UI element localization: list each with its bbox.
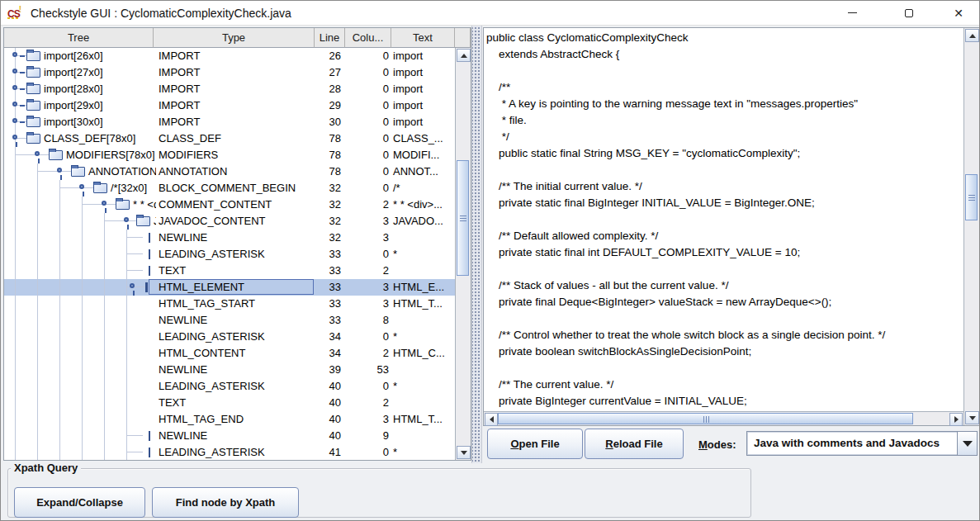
tree-row-newline[interactable]: NEWLINE338	[4, 312, 455, 329]
tree-row-leading_asterisk[interactable]: LEADING_ASTERISK340*	[4, 329, 455, 345]
column-header-colu[interactable]: Colu...	[345, 28, 391, 48]
expand-handle-icon[interactable]	[12, 102, 17, 107]
expand-handle-icon[interactable]	[12, 69, 17, 73]
scroll-up-arrow[interactable]	[965, 29, 979, 42]
code-line	[486, 211, 963, 228]
tree-row-text[interactable]: TEXT332	[4, 263, 455, 279]
tree-row-comment_content[interactable]: * * <div>COMMENT_CONTENT322* * <div>...	[4, 197, 455, 213]
tree-guide-line	[104, 378, 105, 395]
tree-guide-line	[59, 312, 60, 329]
tree-guide-line	[82, 296, 83, 312]
tree-row-class_def[interactable]: CLASS_DEF[78x0]CLASS_DEF780CLASS_...	[4, 130, 455, 147]
tree-row-html_tag_end[interactable]: HTML_TAG_END403HTML_T...	[4, 411, 455, 428]
tree-guide-line	[37, 163, 38, 180]
collapse-handle-icon[interactable]	[57, 168, 62, 173]
tree-row-newline[interactable]: NEWLINE409	[4, 428, 455, 444]
tree-guide-line	[126, 345, 127, 362]
tree-row-javadoc_content[interactable]: JAVADOC_CONTENT[32x3]JAVADOC_CONTENT323J…	[4, 213, 455, 230]
scroll-left-arrow[interactable]	[485, 413, 498, 426]
tree-row-import[interactable]: import[28x0]IMPORT280import	[4, 81, 455, 97]
collapse-handle-icon[interactable]	[102, 201, 107, 206]
reload-file-button[interactable]: Reload File	[585, 429, 684, 459]
tree-cell	[4, 444, 156, 460]
tree-row-leading_asterisk[interactable]: LEADING_ASTERISK330*	[4, 246, 455, 263]
splitpane-divider[interactable]	[471, 26, 482, 463]
tree-row-import[interactable]: import[26x0]IMPORT260import	[4, 48, 455, 64]
scroll-right-arrow[interactable]	[949, 413, 963, 426]
tree-row-annotation[interactable]: ANNOTATION[78x0]ANNOTATION780ANNOT...	[4, 163, 455, 180]
clipped-leaf-icon	[149, 448, 150, 457]
tree-guide-line	[82, 312, 83, 329]
column-cell: 0	[345, 97, 391, 114]
expand-handle-icon[interactable]	[12, 85, 17, 90]
collapse-handle-icon[interactable]	[79, 184, 84, 189]
text-cell: HTML_E...	[391, 279, 455, 296]
text-cell: CLASS_...	[391, 130, 455, 147]
tree-guide-line	[104, 329, 105, 345]
tree-cell: CLASS_DEF[78x0]	[4, 130, 156, 147]
column-header-scroll[interactable]	[455, 28, 471, 48]
maximize-icon	[905, 9, 913, 17]
type-cell: NEWLINE	[154, 230, 315, 246]
code-vscrollbar-thumb[interactable]	[965, 174, 978, 220]
tree-guide-line	[82, 246, 83, 263]
tree-row-html_element[interactable]: HTML_ELEMENT333HTML_E...	[4, 279, 455, 296]
type-cell: ANNOTATION	[154, 163, 315, 180]
tree-scrollbar-thumb[interactable]	[457, 160, 469, 276]
source-code-textarea[interactable]: public class CyclomaticComplexityCheck e…	[484, 28, 963, 411]
close-button[interactable]: ✕	[940, 1, 978, 25]
type-cell: IMPORT	[154, 97, 315, 114]
expand-handle-icon[interactable]	[12, 52, 17, 57]
tree-cell	[4, 345, 156, 362]
tree-row-newline[interactable]: NEWLINE323	[4, 230, 455, 246]
expand-handle-icon[interactable]	[12, 118, 17, 123]
tree-row-text[interactable]: TEXT402	[4, 395, 455, 411]
column-header-tree[interactable]: Tree	[4, 28, 154, 48]
column-header-text[interactable]: Text	[391, 28, 455, 48]
tree-node-label: import[30x0]	[44, 116, 103, 128]
up-triangle-icon	[461, 54, 467, 58]
column-header-type[interactable]: Type	[154, 28, 315, 48]
line-cell: 40	[315, 428, 345, 444]
type-cell: LEADING_ASTERISK	[154, 444, 315, 460]
combobox-dropdown-button[interactable]	[957, 432, 977, 455]
column-cell: 0	[345, 64, 391, 81]
tree-row-leading_asterisk[interactable]: LEADING_ASTERISK400*	[4, 378, 455, 395]
collapse-handle-icon[interactable]	[12, 135, 17, 140]
tree-guide-line	[15, 345, 16, 362]
minimize-button[interactable]	[833, 1, 871, 25]
code-hscrollbar-thumb[interactable]	[498, 413, 913, 424]
modes-combobox[interactable]: Java with comments and Javadocs	[746, 431, 978, 456]
find-node-by-xpath-button[interactable]: Find node by Xpath	[152, 487, 299, 518]
scroll-down-arrow[interactable]	[965, 411, 979, 424]
collapse-handle-icon[interactable]	[130, 283, 135, 288]
tree-row-import[interactable]: import[30x0]IMPORT300import	[4, 114, 455, 130]
line-cell: 33	[315, 279, 345, 296]
code-line	[486, 360, 963, 377]
collapse-handle-icon[interactable]	[124, 217, 129, 222]
tree-guide-line	[37, 428, 38, 444]
column-cell: 0	[345, 130, 391, 147]
collapse-handle-icon[interactable]	[35, 151, 40, 156]
folder-icon	[26, 117, 40, 127]
column-header-line[interactable]: Line	[315, 28, 345, 48]
tree-row-import[interactable]: import[27x0]IMPORT270import	[4, 64, 455, 81]
tree-guide-line	[126, 428, 127, 444]
maximize-button[interactable]	[890, 1, 928, 25]
scroll-up-arrow[interactable]	[457, 49, 471, 62]
scroll-down-arrow[interactable]	[457, 446, 471, 459]
tree-cell: * * <div>	[4, 197, 156, 213]
tree-row-import[interactable]: import[29x0]IMPORT290import	[4, 97, 455, 114]
tree-row-html_tag_start[interactable]: HTML_TAG_START333HTML_T...	[4, 296, 455, 312]
open-file-button[interactable]: Open File	[487, 429, 583, 459]
expand-collapse-button[interactable]: Expand/Collapse	[14, 487, 145, 518]
tree-guide-line	[104, 246, 105, 263]
title-bar: CS! Checkstyle GUI : CyclomaticComplexit…	[1, 1, 979, 26]
tree-row-modifiers[interactable]: MODIFIERS[78x0]MODIFIERS780MODIFI...	[4, 147, 455, 163]
tree-row-leading_asterisk[interactable]: LEADING_ASTERISK410*	[4, 444, 455, 460]
tree-row-block_comment_begin[interactable]: /*[32x0]BLOCK_COMMENT_BEGIN320/*	[4, 180, 455, 197]
tree-guide-line	[59, 378, 60, 395]
window-title: Checkstyle GUI : CyclomaticComplexityChe…	[31, 7, 291, 20]
tree-row-newline[interactable]: NEWLINE3953	[4, 362, 455, 378]
tree-row-html_content[interactable]: HTML_CONTENT342HTML_C...	[4, 345, 455, 362]
